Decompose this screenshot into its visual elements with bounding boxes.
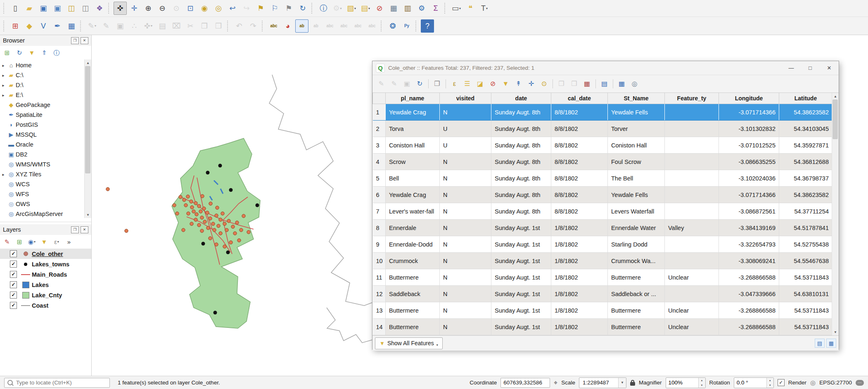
cell-longitude[interactable]: -3.268866588	[719, 269, 779, 286]
cell-visited[interactable]: N	[440, 236, 491, 253]
cell-longitude[interactable]: -3.308069241	[719, 253, 779, 269]
scrollbar-thumb[interactable]	[832, 100, 838, 139]
row-number-cell[interactable]: 11	[373, 269, 386, 286]
move-selection-to-top-button[interactable]: ↟	[512, 78, 524, 90]
browser-item-postgis[interactable]: ◗PostGIS	[0, 120, 91, 130]
cell-pl-name[interactable]: Yewdale Crag	[386, 187, 440, 203]
column-header-pl-name[interactable]: pl_name	[386, 93, 440, 104]
cell-pl-name[interactable]: Crummock	[386, 253, 440, 269]
browser-item-spatialite[interactable]: ✒SpatiaLite	[0, 110, 91, 120]
expand-arrow-icon[interactable]: ▸	[0, 63, 7, 68]
add-group-button[interactable]: ⊞	[14, 236, 25, 248]
zoom-in-button[interactable]: ⊕	[142, 2, 155, 15]
layer-item-lakes-towns[interactable]: ✓Lakes_towns	[0, 259, 91, 269]
text-annotation-button[interactable]: T▾	[478, 2, 491, 15]
cell-st-name[interactable]: Coniston Hall	[608, 137, 665, 154]
filter-legend-button[interactable]: ▼	[38, 236, 50, 248]
cell-date[interactable]: Sunday Augt. 1st	[491, 286, 551, 302]
save-project-button[interactable]: ▣	[37, 2, 50, 15]
cell-latitude[interactable]: 54.51787841	[779, 220, 832, 236]
cell-cal-date[interactable]: 1/8/1802	[551, 269, 608, 286]
cell-date[interactable]: Sunday Augt. 8th	[491, 154, 551, 170]
cell-pl-name[interactable]: Torva	[386, 121, 440, 137]
cell-visited[interactable]: N	[440, 220, 491, 236]
scroll-up-icon[interactable]: ▲	[85, 59, 91, 66]
cell-cal-date[interactable]: 8/8/1802	[551, 203, 608, 220]
new-geopackage-layer-button[interactable]: ◆	[23, 19, 36, 33]
cell-cal-date[interactable]: 8/8/1802	[551, 187, 608, 203]
cell-st-name[interactable]: Buttermere	[608, 302, 665, 319]
locator-box[interactable]	[4, 378, 110, 388]
browser-item-e[interactable]: ▸▰E:\	[0, 90, 91, 100]
cell-longitude[interactable]: -3.071012525	[719, 137, 779, 154]
layer-visibility-checkbox[interactable]: ✓	[10, 302, 17, 309]
layer-item-lakes[interactable]: ✓Lakes	[0, 280, 91, 290]
row-number-cell[interactable]: 9	[373, 236, 386, 253]
cell-st-name[interactable]: Saddleback or ...	[608, 286, 665, 302]
cell-visited[interactable]: N	[440, 286, 491, 302]
zoom-to-selected-button[interactable]: ⊙	[538, 78, 550, 90]
layer-diagram-button[interactable]: ◕	[281, 19, 294, 33]
magnifier-spinner[interactable]: ▲▼	[666, 377, 706, 388]
zoom-to-selection-button[interactable]: ◉	[198, 2, 211, 15]
cell-feature-ty[interactable]	[665, 203, 719, 220]
cell-pl-name[interactable]: Scrow	[386, 154, 440, 170]
cell-cal-date[interactable]: 1/8/1802	[551, 253, 608, 269]
bookmark-manager-button[interactable]: ⚑	[282, 2, 295, 15]
cell-date[interactable]: Sunday Augt. 8th	[491, 187, 551, 203]
cell-feature-ty[interactable]	[665, 121, 719, 137]
browser-item-wfs[interactable]: ◎WFS	[0, 189, 91, 199]
cell-cal-date[interactable]: 1/8/1802	[551, 319, 608, 335]
cell-visited[interactable]: N	[440, 187, 491, 203]
python-console-button[interactable]: Py	[400, 19, 413, 33]
cell-date[interactable]: Sunday Augt. 8th	[491, 137, 551, 154]
row-number-cell[interactable]: 7	[373, 203, 386, 220]
lock-scale-icon[interactable]	[630, 382, 635, 386]
panel-overflow-button[interactable]: »	[63, 236, 75, 248]
browser-item-wms-wmts[interactable]: ◎WMS/WMTS	[0, 159, 91, 169]
new-spatialite-layer-button[interactable]: ✒	[51, 19, 64, 33]
manage-map-themes-button[interactable]: ◉▾	[26, 236, 38, 248]
collapse-all-button[interactable]: ⇑	[38, 47, 50, 59]
cell-longitude[interactable]: -3.047339666	[719, 286, 779, 302]
cell-longitude[interactable]: -3.268866588	[719, 302, 779, 319]
row-number-cell[interactable]: 12	[373, 286, 386, 302]
zoom-full-button[interactable]: ⊡	[184, 2, 197, 15]
pan-to-selection-button[interactable]: ✛	[128, 2, 141, 15]
cell-st-name[interactable]: Torver	[608, 121, 665, 137]
minimize-window-button[interactable]: —	[782, 62, 801, 75]
cell-longitude[interactable]: -3.071714366	[719, 104, 779, 121]
layer-visibility-checkbox[interactable]: ✓	[10, 250, 17, 257]
row-number-cell[interactable]: 6	[373, 187, 386, 203]
map-tips-button[interactable]: ❝	[464, 2, 477, 15]
attribute-table-titlebar[interactable]: Q Cole_other :: Features Total: 237, Fil…	[372, 61, 839, 75]
cell-visited[interactable]: N	[440, 269, 491, 286]
table-scrollbar[interactable]: ▲ ▼	[832, 93, 839, 335]
cell-latitude[interactable]: 54.52755438	[779, 236, 832, 253]
cell-feature-ty[interactable]: Unclear	[665, 302, 719, 319]
cell-pl-name[interactable]: Saddleback	[386, 286, 440, 302]
filter-select-features-button[interactable]: ▼	[500, 78, 512, 90]
cell-latitude[interactable]: 54.55467638	[779, 253, 832, 269]
cell-visited[interactable]: U	[440, 137, 491, 154]
cell-visited[interactable]: N	[440, 302, 491, 319]
column-header-date[interactable]: date	[491, 93, 551, 104]
cell-latitude[interactable]: 54.63810131	[779, 286, 832, 302]
scroll-down-icon[interactable]: ▼	[85, 211, 91, 218]
column-header-feature-ty[interactable]: Feature_ty	[665, 93, 719, 104]
field-calculator-button[interactable]: ▥	[401, 2, 414, 15]
cell-longitude[interactable]: -3.086635255	[719, 154, 779, 170]
cell-latitude[interactable]: 54.53711843	[779, 302, 832, 319]
row-number-cell[interactable]: 8	[373, 220, 386, 236]
cell-feature-ty[interactable]	[665, 253, 719, 269]
cell-st-name[interactable]: Buttermere	[608, 269, 665, 286]
layer-visibility-checkbox[interactable]: ✓	[10, 261, 17, 268]
cell-latitude[interactable]: 54.53711843	[779, 319, 832, 335]
cell-feature-ty[interactable]	[665, 137, 719, 154]
float-panel-icon[interactable]: ❐	[71, 226, 79, 233]
browser-item-geopackage[interactable]: ◆GeoPackage	[0, 100, 91, 110]
deselect-all-rows-button[interactable]: ⊘	[487, 78, 499, 90]
select-features-by-value-button[interactable]: ▤▾	[359, 2, 372, 15]
row-number-cell[interactable]: 14	[373, 319, 386, 335]
cell-latitude[interactable]: 54.36812688	[779, 154, 832, 170]
